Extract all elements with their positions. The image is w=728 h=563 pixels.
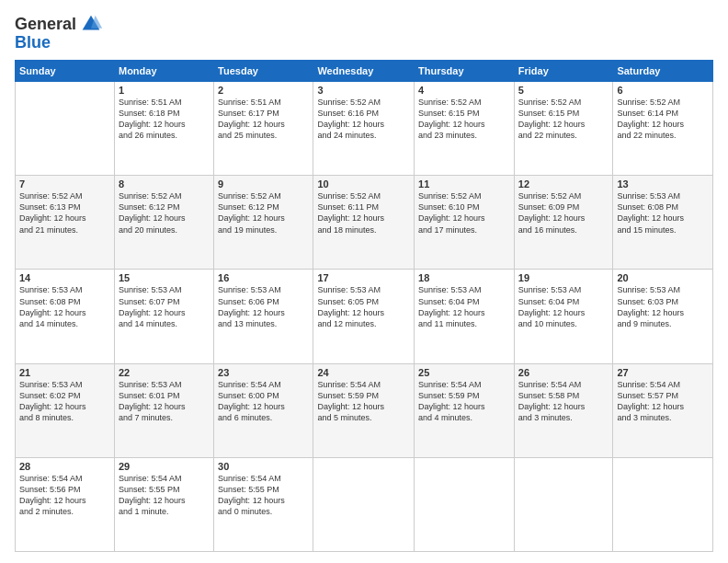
day-info: Sunrise: 5:54 AM Sunset: 5:58 PM Dayligh… (518, 379, 609, 424)
calendar-cell: 6Sunrise: 5:52 AM Sunset: 6:14 PM Daylig… (613, 82, 713, 176)
day-info: Sunrise: 5:53 AM Sunset: 6:02 PM Dayligh… (19, 379, 110, 424)
day-number: 5 (518, 85, 609, 96)
day-number: 26 (518, 367, 609, 378)
day-number: 16 (218, 272, 309, 283)
day-number: 14 (19, 272, 110, 283)
calendar-cell (415, 457, 515, 551)
day-info: Sunrise: 5:52 AM Sunset: 6:12 PM Dayligh… (218, 190, 309, 236)
calendar-cell: 26Sunrise: 5:54 AM Sunset: 5:58 PM Dayli… (514, 363, 613, 457)
day-info: Sunrise: 5:52 AM Sunset: 6:12 PM Dayligh… (119, 190, 210, 236)
calendar-cell: 3Sunrise: 5:52 AM Sunset: 6:16 PM Daylig… (313, 82, 415, 176)
day-number: 2 (218, 85, 309, 96)
day-info: Sunrise: 5:53 AM Sunset: 6:08 PM Dayligh… (617, 190, 709, 236)
day-info: Sunrise: 5:52 AM Sunset: 6:15 PM Dayligh… (418, 97, 510, 142)
calendar-cell: 19Sunrise: 5:53 AM Sunset: 6:04 PM Dayli… (514, 270, 613, 363)
calendar-cell: 4Sunrise: 5:52 AM Sunset: 6:15 PM Daylig… (415, 82, 515, 176)
day-number: 28 (19, 461, 110, 472)
day-info: Sunrise: 5:53 AM Sunset: 6:06 PM Dayligh… (218, 284, 309, 329)
calendar-cell: 18Sunrise: 5:53 AM Sunset: 6:04 PM Dayli… (415, 270, 515, 363)
day-number: 24 (317, 367, 410, 378)
day-info: Sunrise: 5:53 AM Sunset: 6:01 PM Dayligh… (119, 379, 210, 424)
calendar-cell (613, 457, 713, 551)
day-info: Sunrise: 5:53 AM Sunset: 6:08 PM Dayligh… (19, 284, 110, 329)
calendar-cell: 22Sunrise: 5:53 AM Sunset: 6:01 PM Dayli… (114, 363, 213, 457)
calendar-cell: 8Sunrise: 5:52 AM Sunset: 6:12 PM Daylig… (114, 176, 213, 270)
calendar-cell: 23Sunrise: 5:54 AM Sunset: 6:00 PM Dayli… (214, 363, 313, 457)
day-info: Sunrise: 5:53 AM Sunset: 6:07 PM Dayligh… (119, 284, 210, 329)
col-header-monday: Monday (114, 61, 213, 82)
day-info: Sunrise: 5:51 AM Sunset: 6:17 PM Dayligh… (218, 97, 309, 142)
day-number: 25 (418, 367, 510, 378)
day-info: Sunrise: 5:54 AM Sunset: 5:56 PM Dayligh… (19, 473, 110, 518)
calendar-cell (313, 457, 415, 551)
day-info: Sunrise: 5:53 AM Sunset: 6:04 PM Dayligh… (518, 284, 609, 329)
calendar-cell (514, 457, 613, 551)
day-number: 15 (119, 272, 210, 283)
day-number: 17 (317, 272, 410, 283)
day-number: 12 (518, 178, 609, 190)
calendar-cell: 12Sunrise: 5:52 AM Sunset: 6:09 PM Dayli… (514, 176, 613, 270)
calendar-cell (16, 82, 115, 176)
day-number: 10 (317, 178, 410, 190)
logo-general: General (15, 15, 76, 34)
day-number: 27 (617, 367, 709, 378)
calendar-cell: 14Sunrise: 5:53 AM Sunset: 6:08 PM Dayli… (16, 270, 115, 363)
col-header-friday: Friday (514, 61, 613, 82)
day-info: Sunrise: 5:54 AM Sunset: 5:55 PM Dayligh… (119, 473, 210, 518)
day-info: Sunrise: 5:54 AM Sunset: 5:59 PM Dayligh… (317, 379, 410, 424)
day-info: Sunrise: 5:54 AM Sunset: 5:55 PM Dayligh… (218, 473, 309, 518)
day-number: 3 (317, 85, 410, 96)
day-number: 20 (617, 272, 709, 283)
day-number: 22 (119, 367, 210, 378)
calendar-cell: 25Sunrise: 5:54 AM Sunset: 5:59 PM Dayli… (415, 363, 515, 457)
day-number: 9 (218, 178, 309, 190)
calendar-cell: 16Sunrise: 5:53 AM Sunset: 6:06 PM Dayli… (214, 270, 313, 363)
calendar-cell: 10Sunrise: 5:52 AM Sunset: 6:11 PM Dayli… (313, 176, 415, 270)
col-header-thursday: Thursday (415, 61, 515, 82)
day-number: 29 (119, 461, 210, 472)
calendar-table: SundayMondayTuesdayWednesdayThursdayFrid… (15, 60, 713, 552)
calendar-cell: 1Sunrise: 5:51 AM Sunset: 6:18 PM Daylig… (114, 82, 213, 176)
col-header-saturday: Saturday (613, 61, 713, 82)
calendar-cell: 5Sunrise: 5:52 AM Sunset: 6:15 PM Daylig… (514, 82, 613, 176)
day-info: Sunrise: 5:52 AM Sunset: 6:15 PM Dayligh… (518, 97, 609, 142)
calendar-cell: 24Sunrise: 5:54 AM Sunset: 5:59 PM Dayli… (313, 363, 415, 457)
day-info: Sunrise: 5:52 AM Sunset: 6:11 PM Dayligh… (317, 190, 410, 236)
day-number: 19 (518, 272, 609, 283)
logo: General Blue (15, 11, 104, 52)
day-info: Sunrise: 5:52 AM Sunset: 6:13 PM Dayligh… (19, 190, 110, 236)
day-number: 21 (19, 367, 110, 378)
day-info: Sunrise: 5:53 AM Sunset: 6:05 PM Dayligh… (317, 284, 410, 329)
day-number: 18 (418, 272, 510, 283)
logo-icon (78, 11, 104, 37)
col-header-sunday: Sunday (16, 61, 115, 82)
day-info: Sunrise: 5:52 AM Sunset: 6:14 PM Dayligh… (617, 97, 709, 142)
day-number: 8 (119, 178, 210, 190)
day-info: Sunrise: 5:53 AM Sunset: 6:03 PM Dayligh… (617, 284, 709, 329)
calendar-cell: 2Sunrise: 5:51 AM Sunset: 6:17 PM Daylig… (214, 82, 313, 176)
day-info: Sunrise: 5:54 AM Sunset: 5:59 PM Dayligh… (418, 379, 510, 424)
day-info: Sunrise: 5:51 AM Sunset: 6:18 PM Dayligh… (119, 97, 210, 142)
calendar-cell: 17Sunrise: 5:53 AM Sunset: 6:05 PM Dayli… (313, 270, 415, 363)
calendar-cell: 11Sunrise: 5:52 AM Sunset: 6:10 PM Dayli… (415, 176, 515, 270)
calendar-cell: 29Sunrise: 5:54 AM Sunset: 5:55 PM Dayli… (114, 457, 213, 551)
day-number: 13 (617, 178, 709, 190)
day-info: Sunrise: 5:54 AM Sunset: 6:00 PM Dayligh… (218, 379, 309, 424)
calendar-cell: 28Sunrise: 5:54 AM Sunset: 5:56 PM Dayli… (16, 457, 115, 551)
calendar-cell: 27Sunrise: 5:54 AM Sunset: 5:57 PM Dayli… (613, 363, 713, 457)
day-number: 11 (418, 178, 510, 190)
day-number: 23 (218, 367, 309, 378)
day-info: Sunrise: 5:52 AM Sunset: 6:16 PM Dayligh… (317, 97, 410, 142)
day-number: 30 (218, 461, 309, 472)
calendar-cell: 7Sunrise: 5:52 AM Sunset: 6:13 PM Daylig… (16, 176, 115, 270)
day-number: 4 (418, 85, 510, 96)
calendar-cell: 13Sunrise: 5:53 AM Sunset: 6:08 PM Dayli… (613, 176, 713, 270)
calendar-cell: 21Sunrise: 5:53 AM Sunset: 6:02 PM Dayli… (16, 363, 115, 457)
day-info: Sunrise: 5:53 AM Sunset: 6:04 PM Dayligh… (418, 284, 510, 329)
calendar-cell: 15Sunrise: 5:53 AM Sunset: 6:07 PM Dayli… (114, 270, 213, 363)
day-info: Sunrise: 5:52 AM Sunset: 6:10 PM Dayligh… (418, 190, 510, 236)
calendar-cell: 20Sunrise: 5:53 AM Sunset: 6:03 PM Dayli… (613, 270, 713, 363)
day-number: 7 (19, 178, 110, 190)
day-number: 6 (617, 85, 709, 96)
col-header-tuesday: Tuesday (214, 61, 313, 82)
